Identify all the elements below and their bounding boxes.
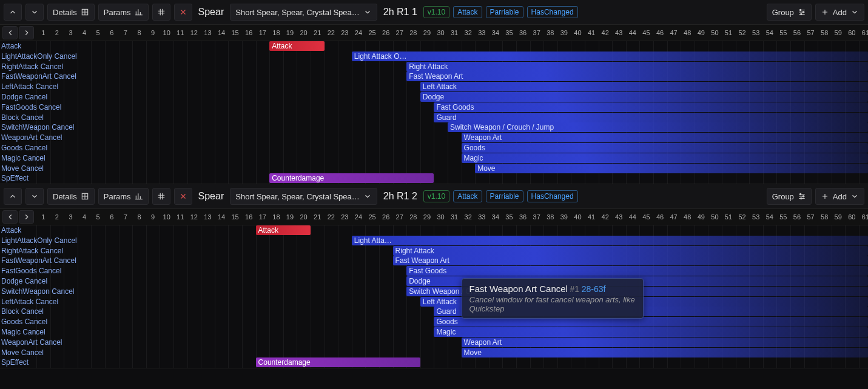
weapon-select[interactable]: Short Spear, Spear, Crystal Spea…: [230, 4, 377, 21]
weapon-select[interactable]: Short Spear, Spear, Crystal Spea…: [230, 188, 377, 205]
timeline-bar[interactable]: Guard: [434, 113, 868, 122]
timeline-bar[interactable]: Left Attack: [420, 82, 868, 91]
ruler-tick: 21: [311, 29, 325, 36]
group-button[interactable]: Group: [767, 4, 812, 21]
ruler-tick: 30: [434, 213, 448, 221]
ruler-tick: 37: [530, 213, 543, 221]
ruler-tick: 4: [78, 29, 92, 36]
timeline-bar[interactable]: Right Attack: [393, 246, 868, 256]
ruler-tick: 20: [297, 29, 311, 36]
ruler-tick: 54: [762, 213, 776, 221]
timeline-bar[interactable]: Goods: [462, 143, 868, 153]
params-button[interactable]: Params: [98, 188, 149, 205]
weapon-class-label: Spear: [196, 7, 227, 18]
ruler-tick: 61: [859, 213, 868, 221]
ruler-tick: 53: [749, 29, 763, 36]
ruler-tick: 29: [420, 29, 434, 36]
ruler-tick: 3: [64, 29, 78, 36]
ruler-tick: 2: [50, 29, 64, 36]
scroll-right-button[interactable]: [19, 210, 34, 224]
timeline-bar[interactable]: Dodge: [420, 92, 868, 102]
timeline-bar[interactable]: Light Atta…: [352, 236, 868, 245]
scroll-left-button[interactable]: [2, 210, 18, 224]
params-button[interactable]: Params: [98, 4, 149, 21]
move-down-button[interactable]: [25, 188, 44, 205]
timeline-bar[interactable]: Counterdamage: [256, 357, 420, 367]
timeline-bar[interactable]: Counterdamage: [269, 173, 434, 183]
timeline-bar[interactable]: Magic: [434, 327, 868, 337]
add-button[interactable]: Add: [815, 4, 864, 21]
ruler-tick: 47: [667, 29, 681, 36]
ruler-tick: 17: [256, 29, 270, 36]
close-button[interactable]: [174, 188, 192, 205]
ruler-tick: 43: [612, 213, 626, 221]
row-label: Goods Cancel: [0, 143, 97, 153]
row-label: SpEffect: [0, 357, 97, 368]
details-button[interactable]: Details: [47, 4, 95, 21]
add-button[interactable]: Add: [815, 188, 864, 205]
ruler-tick: 9: [146, 213, 160, 221]
move-up-button[interactable]: [4, 4, 22, 21]
ruler-tick: 36: [516, 213, 530, 221]
scroll-left-button[interactable]: [2, 26, 18, 39]
timeline-bar[interactable]: Weapon Art: [462, 337, 868, 347]
move-down-button[interactable]: [25, 4, 44, 21]
timeline-bar[interactable]: Switch Weapon / Crouch / Jump: [448, 122, 868, 132]
ruler-tick: 52: [735, 213, 749, 221]
row-label: FastWeaponArt Cancel: [0, 71, 97, 82]
tag-badge: Parriable: [486, 6, 523, 18]
version-badge: v1.10: [423, 6, 449, 18]
row-label: Block Cancel: [0, 113, 97, 123]
scroll-right-button[interactable]: [19, 26, 34, 39]
ruler-tick: 57: [804, 29, 818, 36]
timeline-bar[interactable]: Fast Weapon Art: [393, 256, 868, 265]
timeline-bar[interactable]: Magic: [462, 153, 868, 163]
collapse-button[interactable]: [152, 4, 170, 21]
timeline-bar[interactable]: Attack: [269, 41, 324, 51]
row-label: RightAttack Cancel: [0, 62, 97, 72]
ruler-tick: 39: [557, 29, 571, 36]
timeline-bar[interactable]: Light Attack O…: [352, 52, 868, 61]
details-button[interactable]: Details: [47, 188, 95, 205]
tag-badge: Attack: [453, 6, 482, 18]
timeline-bar[interactable]: Fast Weapon Art: [406, 71, 868, 81]
timeline-bar[interactable]: Move: [462, 348, 868, 357]
ruler-tick: 16: [242, 213, 256, 221]
row-label: FastWeaponArt Cancel: [0, 256, 97, 266]
ruler-tick: 41: [585, 29, 599, 36]
ruler-tick: 1: [36, 213, 50, 221]
ruler-tick: 5: [91, 29, 105, 36]
timeline-bar[interactable]: Attack: [256, 225, 311, 235]
timeline[interactable]: AttackLight Atta…Right AttackFast Weapon…: [0, 225, 868, 368]
row-label: Magic Cancel: [0, 327, 97, 337]
group-button[interactable]: Group: [767, 188, 812, 205]
ruler-tick: 11: [173, 29, 187, 36]
move-up-button[interactable]: [4, 188, 22, 205]
ruler-tick: 45: [639, 213, 653, 221]
timeline-bar[interactable]: Right Attack: [406, 62, 868, 71]
ruler-tick: 51: [722, 29, 736, 36]
ruler-tick: 33: [475, 29, 489, 36]
row-label: SpEffect: [0, 173, 97, 184]
ruler-tick: 36: [516, 29, 530, 36]
close-button[interactable]: [174, 4, 192, 21]
timeline[interactable]: AttackLight Attack O…Right AttackFast We…: [0, 41, 868, 184]
svg-point-1: [799, 9, 801, 10]
ruler-tick: 57: [804, 213, 818, 221]
move-name-label: 2h R1 1: [381, 7, 420, 18]
collapse-button[interactable]: [152, 188, 170, 205]
ruler-tick: 42: [598, 213, 612, 221]
timeline-bar[interactable]: Move: [475, 164, 868, 173]
ruler-tick: 60: [845, 29, 859, 36]
ruler-tick: 40: [571, 213, 585, 221]
row-label: Dodge Cancel: [0, 276, 97, 287]
ruler-tick: 3: [64, 213, 78, 221]
row-label: LeftAttack Cancel: [0, 297, 97, 307]
ruler-tick: 6: [105, 29, 119, 36]
ruler-tick: 49: [695, 29, 708, 36]
ruler-tick: 48: [681, 213, 695, 221]
timeline-bar[interactable]: Fast Goods: [406, 266, 868, 276]
timeline-bar[interactable]: Weapon Art: [462, 133, 868, 142]
tooltip-desc: Cancel window for fast cancel weapon art…: [469, 295, 636, 313]
timeline-bar[interactable]: Fast Goods: [434, 102, 868, 112]
